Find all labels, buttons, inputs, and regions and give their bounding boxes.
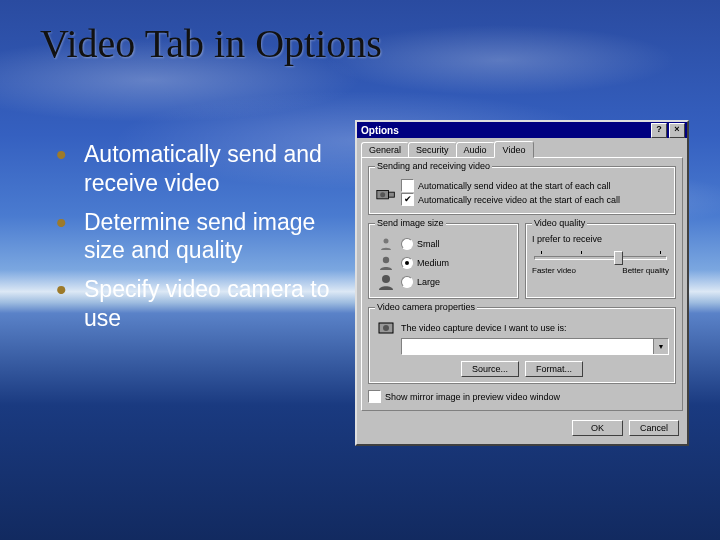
- bullet-list: Automatically send and receive video Det…: [50, 140, 340, 343]
- source-button[interactable]: Source...: [461, 361, 519, 377]
- dialog-titlebar[interactable]: Options ? ×: [357, 122, 687, 138]
- help-button[interactable]: ?: [651, 123, 667, 138]
- person-small-icon: [375, 235, 397, 253]
- radio-label: Small: [417, 239, 440, 249]
- slide-title: Video Tab in Options: [40, 20, 382, 67]
- group-legend: Video camera properties: [375, 302, 477, 312]
- dialog-title: Options: [361, 125, 399, 136]
- group-video-quality: Video quality I prefer to receive Faster…: [525, 223, 676, 299]
- dialog-button-row: OK Cancel: [357, 416, 687, 444]
- radio-label: Medium: [417, 258, 449, 268]
- bullet-item: Specify video camera to use: [50, 275, 340, 333]
- radio-large[interactable]: [401, 276, 413, 288]
- camera-dropdown[interactable]: ▼: [401, 338, 669, 355]
- quality-slider[interactable]: [534, 248, 667, 264]
- close-button[interactable]: ×: [669, 123, 685, 138]
- slider-right-label: Better quality: [622, 266, 669, 275]
- svg-point-1: [380, 192, 385, 197]
- checkbox-label: Automatically send video at the start of…: [418, 181, 611, 191]
- cancel-button[interactable]: Cancel: [629, 420, 679, 436]
- checkbox-auto-receive[interactable]: ✔: [401, 193, 414, 206]
- tab-strip: General Security Audio Video: [357, 138, 687, 158]
- group-legend: Send image size: [375, 218, 446, 228]
- person-medium-icon: [375, 254, 397, 272]
- tab-general[interactable]: General: [361, 142, 409, 158]
- svg-rect-2: [389, 192, 395, 197]
- tab-body-video: Sending and receiving video Automaticall…: [361, 157, 683, 411]
- group-image-size: Send image size Small Medium La: [368, 223, 519, 299]
- checkbox-mirror[interactable]: [368, 390, 381, 403]
- person-large-icon: [375, 273, 397, 291]
- bullet-item: Determine send image size and quality: [50, 208, 340, 266]
- slide: Video Tab in Options Automatically send …: [0, 0, 720, 540]
- radio-medium[interactable]: [401, 257, 413, 269]
- slider-left-label: Faster video: [532, 266, 576, 275]
- camera-icon: [375, 184, 397, 202]
- svg-point-4: [383, 257, 389, 263]
- svg-point-7: [383, 325, 389, 331]
- group-legend: Sending and receiving video: [375, 161, 492, 171]
- webcam-icon: [375, 319, 397, 337]
- quality-desc: I prefer to receive: [532, 234, 669, 244]
- chevron-down-icon[interactable]: ▼: [653, 339, 668, 354]
- checkbox-auto-send[interactable]: [401, 179, 414, 192]
- tab-video[interactable]: Video: [494, 141, 535, 158]
- svg-point-3: [384, 239, 389, 244]
- checkbox-label: Automatically receive video at the start…: [418, 195, 620, 205]
- ok-button[interactable]: OK: [572, 420, 623, 436]
- tab-security[interactable]: Security: [408, 142, 457, 158]
- tab-audio[interactable]: Audio: [456, 142, 495, 158]
- radio-small[interactable]: [401, 238, 413, 250]
- radio-label: Large: [417, 277, 440, 287]
- group-camera: Video camera properties The video captur…: [368, 307, 676, 384]
- checkbox-label: Show mirror image in preview video windo…: [385, 392, 560, 402]
- svg-point-5: [382, 275, 390, 283]
- bullet-item: Automatically send and receive video: [50, 140, 340, 198]
- group-sending-receiving: Sending and receiving video Automaticall…: [368, 166, 676, 215]
- format-button[interactable]: Format...: [525, 361, 583, 377]
- options-dialog: Options ? × General Security Audio Video…: [355, 120, 689, 446]
- camera-desc: The video capture device I want to use i…: [401, 323, 567, 333]
- group-legend: Video quality: [532, 218, 587, 228]
